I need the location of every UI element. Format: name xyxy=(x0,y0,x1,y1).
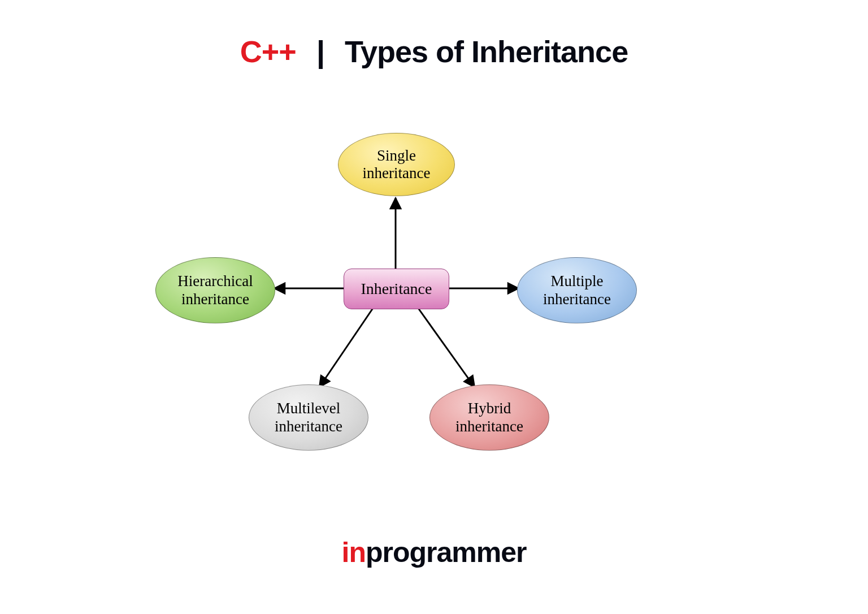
node-multiple-line1: Multiple xyxy=(543,273,611,290)
node-multiple-line2: inheritance xyxy=(543,291,611,308)
node-center: Inheritance xyxy=(344,269,449,309)
node-hierarchical: Hierarchical inheritance xyxy=(155,257,275,323)
node-center-label: Inheritance xyxy=(361,280,432,298)
title-separator: | xyxy=(316,34,324,68)
node-hierarchical-line1: Hierarchical xyxy=(177,273,253,290)
node-hybrid-line2: inheritance xyxy=(455,418,523,435)
page-title: C++ | Types of Inheritance xyxy=(0,34,868,69)
arrow-to-multilevel xyxy=(319,308,373,387)
diagram-stage: C++ | Types of Inheritance Inheritance S… xyxy=(0,0,868,614)
node-multilevel-line2: inheritance xyxy=(275,418,342,435)
node-single: Single inheritance xyxy=(338,133,455,196)
node-multilevel-line1: Multilevel xyxy=(275,400,342,417)
node-hybrid-line1: Hybrid xyxy=(455,400,523,417)
node-hybrid: Hybrid inheritance xyxy=(429,384,549,451)
node-multilevel: Multilevel inheritance xyxy=(249,384,368,451)
node-single-line1: Single xyxy=(363,147,431,165)
footer-brand: inprogrammer xyxy=(0,536,868,569)
node-single-line2: inheritance xyxy=(363,165,431,182)
arrow-to-hybrid xyxy=(418,308,475,387)
node-multiple: Multiple inheritance xyxy=(517,257,637,323)
title-prefix: C++ xyxy=(240,34,296,68)
footer-rest: programmer xyxy=(366,537,527,568)
footer-prefix: in xyxy=(342,537,366,568)
node-hierarchical-line2: inheritance xyxy=(177,291,253,308)
title-text: Types of Inheritance xyxy=(345,34,628,68)
